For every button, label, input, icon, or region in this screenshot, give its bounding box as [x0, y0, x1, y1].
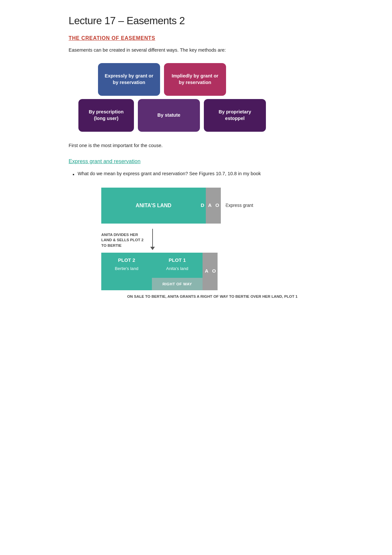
bottom-row-boxes: By prescription (long user) By statute B…	[78, 99, 266, 132]
plot1-title: PLOT 1	[169, 257, 186, 264]
anita-land-section: ANITA'S LAND ROAD	[101, 188, 221, 224]
creation-methods-diagram: Expressly by grant or by reservation Imp…	[69, 63, 323, 132]
plot2-title: PLOT 2	[118, 257, 135, 264]
arrow-down	[150, 229, 155, 250]
impliedly-box: Impliedly by grant or by reservation	[164, 63, 226, 96]
bullet-item-1: What do we mean by express grant and res…	[73, 170, 323, 178]
anita-divides-text: ANITA DIVIDES HER LAND & SELLS PLOT 2 TO…	[101, 232, 147, 248]
plots-diagram: PLOT 2 Bertie's land PLOT 1 Anita's land…	[101, 253, 323, 290]
section-heading: THE CREATION OF EASEMENTS	[69, 34, 323, 42]
expressly-box: Expressly by grant or by reservation	[98, 63, 160, 96]
plot2-box: PLOT 2 Bertie's land	[101, 253, 152, 290]
plot1-sub: Anita's land	[166, 265, 188, 272]
intro-text: Easements can be created in several diff…	[69, 47, 323, 54]
plot2-sub: Bertie's land	[115, 265, 138, 272]
arrow-divides-section: ANITA DIVIDES HER LAND & SELLS PLOT 2 TO…	[101, 229, 323, 250]
bullet-list: What do we mean by express grant and res…	[69, 170, 323, 178]
top-row-boxes: Expressly by grant or by reservation Imp…	[98, 63, 226, 96]
estoppel-box: By proprietary estoppel	[204, 99, 266, 132]
arrow-line	[152, 229, 153, 247]
statute-box: By statute	[138, 99, 200, 132]
bullet-text-1: What do we mean by express grant and res…	[78, 170, 261, 177]
express-grant-diagram-top: ANITA'S LAND ROAD Express grant	[101, 188, 323, 224]
plot1-box: PLOT 1 Anita's land RIGHT OF WAY	[152, 253, 203, 290]
page-title: Lecture 17 – Easements 2	[69, 13, 323, 28]
important-text: First one is the most important for the …	[69, 142, 323, 149]
plots-container: PLOT 2 Bertie's land PLOT 1 Anita's land…	[101, 253, 218, 290]
prescription-box: By prescription (long user)	[78, 99, 134, 132]
right-of-way-strip: RIGHT OF WAY	[152, 278, 203, 290]
anita-land-box: ANITA'S LAND	[101, 188, 206, 224]
express-grant-label: Express grant	[225, 202, 253, 209]
road-box-bottom: ROAD	[203, 253, 218, 290]
on-sale-text: ON SALE TO BERTIE, ANITA GRANTS A RIGHT …	[101, 294, 323, 299]
subheading-express-grant: Express grant and reservation	[69, 157, 323, 165]
road-box-top: ROAD	[206, 188, 221, 224]
arrow-head	[150, 247, 155, 250]
